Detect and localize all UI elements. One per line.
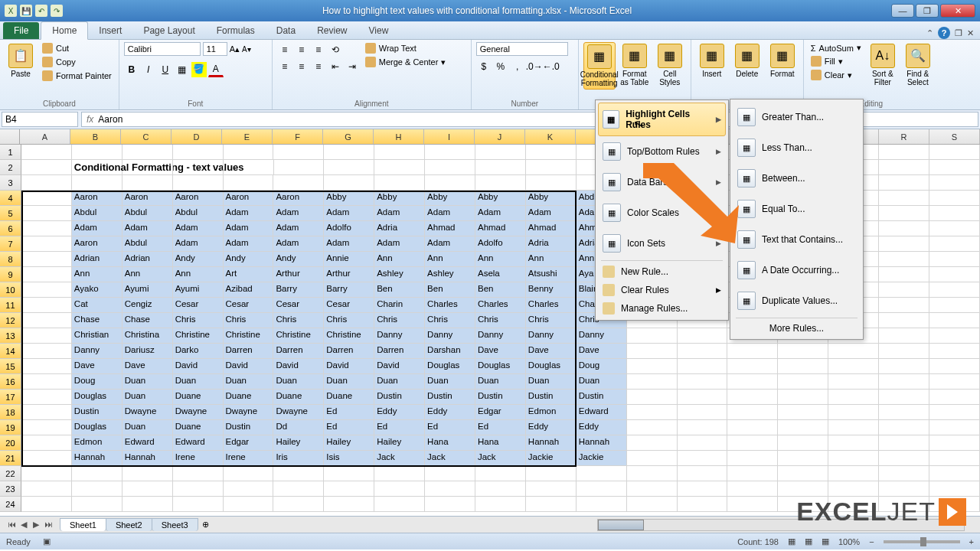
cell[interactable] — [778, 451, 828, 466]
format-painter-button[interactable]: Format Painter — [40, 70, 114, 82]
cell[interactable]: David — [374, 359, 425, 374]
cell[interactable] — [173, 145, 224, 160]
cell[interactable] — [879, 390, 929, 405]
cell[interactable]: Ahmad — [526, 221, 577, 236]
view-layout-icon[interactable]: ▦ — [805, 536, 812, 546]
cell[interactable] — [173, 175, 224, 191]
cell[interactable]: Adam — [273, 206, 324, 221]
align-left-icon[interactable]: ≡ — [277, 59, 292, 74]
cell[interactable]: Ann — [173, 267, 224, 282]
cell[interactable] — [21, 267, 72, 282]
cell[interactable]: Andy — [224, 252, 274, 267]
indent-dec-icon[interactable]: ⇤ — [328, 59, 343, 74]
cell[interactable] — [21, 435, 72, 451]
cell[interactable]: Irene — [173, 451, 224, 466]
cell[interactable]: Chase — [72, 313, 122, 328]
cell[interactable] — [475, 466, 526, 481]
cell[interactable] — [425, 175, 475, 191]
cell[interactable] — [929, 466, 980, 481]
cell[interactable] — [324, 481, 374, 497]
cell[interactable]: Abdul — [122, 206, 173, 221]
cell[interactable]: Jackie — [577, 451, 627, 466]
undo-icon[interactable]: ↶ — [35, 5, 47, 17]
cell[interactable] — [879, 145, 929, 160]
cell[interactable]: Cesar — [173, 298, 224, 313]
cell[interactable] — [678, 497, 728, 512]
cell[interactable] — [21, 374, 72, 390]
cell[interactable] — [21, 390, 72, 405]
fill-color-button[interactable]: 🪣 — [191, 62, 207, 77]
shrink-font-icon[interactable]: A▾ — [242, 45, 251, 54]
cell[interactable] — [627, 374, 678, 390]
zoom-thumb[interactable] — [920, 537, 926, 546]
cell[interactable]: David — [273, 359, 324, 374]
cell[interactable] — [929, 298, 980, 313]
cell[interactable] — [727, 497, 778, 512]
cell[interactable]: Chris — [425, 313, 475, 328]
cell[interactable] — [678, 374, 728, 390]
cell[interactable] — [475, 497, 526, 512]
cell[interactable]: Danny — [526, 328, 577, 344]
cell[interactable]: Adolfo — [475, 236, 526, 252]
cell[interactable]: Isis — [324, 451, 374, 466]
cell[interactable]: Duan — [224, 374, 274, 390]
cell[interactable]: Adam — [273, 221, 324, 236]
merge-center-button[interactable]: Merge & Center ▾ — [363, 56, 449, 68]
cell[interactable]: Aaron — [122, 191, 173, 206]
cell[interactable] — [324, 466, 374, 481]
row-header[interactable]: 5 — [0, 206, 21, 221]
cell[interactable]: Adam — [224, 206, 274, 221]
cell[interactable]: Chris — [475, 313, 526, 328]
cell[interactable] — [678, 481, 728, 497]
cell[interactable]: Aaron — [173, 191, 224, 206]
cell[interactable] — [879, 328, 929, 344]
cell[interactable]: Adam — [72, 221, 122, 236]
cell[interactable] — [929, 481, 980, 497]
cell[interactable]: Hailey — [273, 435, 324, 451]
cell[interactable] — [475, 160, 526, 175]
cell[interactable] — [21, 175, 72, 191]
menu-manage-rules[interactable]: Manage Rules... — [598, 299, 726, 318]
cell[interactable] — [374, 145, 425, 160]
cell[interactable] — [21, 145, 72, 160]
cell[interactable]: Jack — [475, 451, 526, 466]
cell[interactable]: Art — [224, 267, 274, 282]
tab-page-layout[interactable]: Page Layout — [132, 22, 205, 39]
cell[interactable]: Edward — [577, 405, 627, 420]
cell[interactable]: Dwayne — [173, 405, 224, 420]
row-header[interactable]: 12 — [0, 313, 21, 328]
cell[interactable]: Duan — [122, 420, 173, 435]
maximize-button[interactable]: ❐ — [916, 4, 939, 18]
cell[interactable]: Ahmad — [475, 221, 526, 236]
menu-highlight-cells-rules[interactable]: ▦Highlight Cells Rules▶ — [598, 103, 726, 136]
cell[interactable]: Adrian — [72, 252, 122, 267]
cell[interactable]: Edward — [122, 435, 173, 451]
cell[interactable]: Chris — [173, 313, 224, 328]
help-icon[interactable]: ? — [938, 27, 950, 39]
cell[interactable]: Duane — [173, 420, 224, 435]
col-header[interactable]: F — [273, 129, 323, 144]
cell[interactable] — [374, 497, 425, 512]
row-header[interactable]: 24 — [0, 497, 21, 512]
cell[interactable]: Atsushi — [526, 267, 577, 282]
cell[interactable]: Abby — [324, 191, 374, 206]
cell[interactable]: Abby — [374, 191, 425, 206]
cell[interactable] — [21, 282, 72, 298]
minimize-button[interactable]: — — [891, 4, 914, 18]
window-close-icon[interactable]: ✕ — [967, 28, 974, 38]
menu-icon-sets[interactable]: ▦Icon Sets▶ — [598, 228, 726, 259]
col-header[interactable]: K — [525, 129, 576, 144]
cell[interactable]: Aaron — [72, 236, 122, 252]
cell[interactable]: Edgar — [224, 435, 274, 451]
col-header[interactable]: G — [323, 129, 374, 144]
cell[interactable]: Azibad — [224, 282, 274, 298]
cell[interactable] — [929, 328, 980, 344]
cell-styles-button[interactable]: ▦Cell Styles — [654, 42, 686, 88]
cell[interactable]: Hana — [475, 435, 526, 451]
cell[interactable] — [21, 328, 72, 344]
cell[interactable]: Cesar — [273, 298, 324, 313]
col-header[interactable]: D — [172, 129, 222, 144]
cell[interactable] — [678, 466, 728, 481]
cell[interactable] — [929, 359, 980, 374]
cell[interactable]: Cesar — [324, 298, 374, 313]
